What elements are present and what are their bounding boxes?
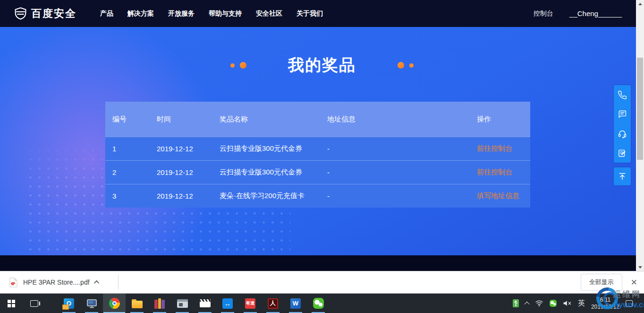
wifi-icon[interactable] xyxy=(535,300,543,307)
taskbar-app-winrar[interactable] xyxy=(148,294,171,313)
close-download-bar-icon[interactable]: ✕ xyxy=(631,278,637,287)
page-title: 我的奖品 xyxy=(288,54,356,76)
input-language-indicator[interactable]: 英 xyxy=(578,299,585,308)
task-view-button[interactable] xyxy=(23,294,45,313)
youdao-icon: 有道 xyxy=(245,298,255,309)
clapperboard-icon xyxy=(200,299,211,307)
volume-muted-icon[interactable] xyxy=(563,300,572,307)
row-address: - xyxy=(320,168,470,176)
taskbar-app-file-explorer[interactable] xyxy=(126,294,148,313)
nav-item-open-services[interactable]: 开放服务 xyxy=(168,9,195,18)
row-date: 2019-12-12 xyxy=(150,145,212,153)
table-row: 2 2019-12-12 云扫描专业版300元代金券 - 前往控制台 xyxy=(105,160,530,184)
back-to-top-icon xyxy=(618,172,627,181)
chat-contact-button[interactable] xyxy=(614,104,631,124)
terminal-app-icon xyxy=(177,299,188,308)
winrar-icon xyxy=(154,298,165,309)
left-dots-decoration xyxy=(230,62,246,69)
phone-contact-button[interactable] xyxy=(614,85,631,104)
pdf-file-icon xyxy=(9,278,17,287)
row-id: 1 xyxy=(105,145,150,153)
taskbar-app-remote-desktop[interactable] xyxy=(80,294,103,313)
nav-item-help-support[interactable]: 帮助与支持 xyxy=(209,9,242,18)
word-icon: W xyxy=(290,298,301,309)
go-to-console-link[interactable]: 前往控制台 xyxy=(477,144,512,152)
nav-item-products[interactable]: 产品 xyxy=(100,9,113,18)
row-id: 2 xyxy=(105,168,150,176)
teamviewer-icon: ↔ xyxy=(222,298,233,309)
nav-item-about-us[interactable]: 关于我们 xyxy=(297,9,323,18)
windows-logo-icon xyxy=(8,300,15,307)
wechat-icon xyxy=(313,298,324,309)
show-all-downloads-button[interactable]: 全部显示 xyxy=(581,274,622,291)
username-link[interactable]: __Cheng______ xyxy=(569,9,622,17)
tray-date: 2019/12/12 xyxy=(591,304,619,311)
prizes-page: 我的奖品 编号 时间 奖品名称 地址信息 操作 1 2019-12-12 云扫描… xyxy=(0,27,644,255)
file-menu-chevron-icon[interactable] xyxy=(94,280,99,286)
taskbar-app-youdao[interactable]: 有道 xyxy=(239,294,262,313)
windows-taskbar: O xyxy=(0,294,644,313)
action-center-icon[interactable] xyxy=(626,300,633,307)
fill-address-link[interactable]: 填写地址信息 xyxy=(477,191,519,200)
feedback-form-button[interactable] xyxy=(614,143,631,163)
row-address: - xyxy=(320,145,470,153)
phone-icon xyxy=(618,90,627,100)
tray-time: 6:11 xyxy=(591,296,619,304)
prizes-table: 编号 时间 奖品名称 地址信息 操作 1 2019-12-12 云扫描专业版30… xyxy=(105,102,530,208)
table-row: 1 2019-12-12 云扫描专业版300元代金券 - 前往控制台 xyxy=(105,137,530,160)
floating-contact-toolbar xyxy=(614,85,631,185)
remote-desktop-icon xyxy=(86,298,97,309)
right-dots-decoration xyxy=(398,62,414,69)
chrome-icon xyxy=(109,298,120,309)
table-row: 3 2019-12-12 麦朵·在线学习200元充值卡 - 填写地址信息 xyxy=(105,184,530,208)
taskbar-clock[interactable]: 6:11 2019/12/12 xyxy=(591,296,619,311)
downloaded-file-item[interactable]: HPE 3PAR Store....pdf xyxy=(9,278,99,287)
outlook-icon: O xyxy=(64,298,74,309)
page-header: 我的奖品 xyxy=(0,54,644,76)
brand-logo[interactable]: 百度安全 xyxy=(14,7,100,21)
prizes-table-header: 编号 时间 奖品名称 地址信息 操作 xyxy=(105,102,530,137)
brand-name: 百度安全 xyxy=(31,7,76,21)
col-header-time: 时间 xyxy=(150,115,212,124)
browser-scrollbar[interactable] xyxy=(636,0,644,271)
download-bar: HPE 3PAR Store....pdf 全部显示 ✕ xyxy=(0,271,644,294)
col-header-id: 编号 xyxy=(105,115,150,124)
taskbar-app-word[interactable]: W xyxy=(284,294,307,313)
scrollbar-thumb[interactable] xyxy=(637,58,643,160)
hidden-icons-chevron[interactable] xyxy=(524,301,529,306)
nav-item-security-community[interactable]: 安全社区 xyxy=(256,9,282,18)
row-id: 3 xyxy=(105,192,150,200)
taskbar-app-securecrt[interactable] xyxy=(171,294,194,313)
download-bar-divider xyxy=(118,275,119,290)
taskbar-app-chrome[interactable] xyxy=(103,294,126,313)
back-to-top-button[interactable] xyxy=(614,167,631,185)
nav-right: 控制台 __Cheng______ xyxy=(534,9,622,18)
top-navbar: 百度安全 产品 解决方案 开放服务 帮助与支持 安全社区 关于我们 控制台 __… xyxy=(0,0,644,27)
task-view-icon xyxy=(30,300,38,307)
chat-icon xyxy=(618,110,627,119)
go-to-console-link[interactable]: 前往控制台 xyxy=(477,168,512,176)
nav-item-solutions[interactable]: 解决方案 xyxy=(127,9,154,18)
usb-device-icon[interactable] xyxy=(513,299,519,307)
col-header-prize-name: 奖品名称 xyxy=(212,115,320,124)
screen: 百度安全 产品 解决方案 开放服务 帮助与支持 安全社区 关于我们 控制台 __… xyxy=(0,0,644,313)
taskbar-app-outlook[interactable]: O xyxy=(58,294,80,313)
taskbar-app-acrobat[interactable]: 人 xyxy=(262,294,284,313)
scrollbar-up-arrow[interactable] xyxy=(636,0,644,8)
taskbar-app-video-editor[interactable] xyxy=(194,294,216,313)
taskbar-app-wechat[interactable] xyxy=(307,294,330,313)
taskbar-app-teamviewer[interactable]: ↔ xyxy=(216,294,239,313)
row-address: - xyxy=(320,192,470,200)
col-header-action: 操作 xyxy=(470,115,530,124)
acrobat-icon: 人 xyxy=(268,298,278,309)
shield-logo-icon xyxy=(14,7,27,20)
row-prize-name: 云扫描专业版300元代金券 xyxy=(212,168,320,177)
customer-service-button[interactable] xyxy=(614,124,631,143)
headset-icon xyxy=(618,129,627,139)
wechat-tray-icon[interactable] xyxy=(550,300,557,307)
start-button[interactable] xyxy=(0,294,23,313)
nav-menu: 产品 解决方案 开放服务 帮助与支持 安全社区 关于我们 xyxy=(100,9,323,18)
scrollbar-down-arrow[interactable] xyxy=(636,263,644,271)
console-link[interactable]: 控制台 xyxy=(534,9,553,18)
row-date: 2019-12-12 xyxy=(150,168,212,176)
